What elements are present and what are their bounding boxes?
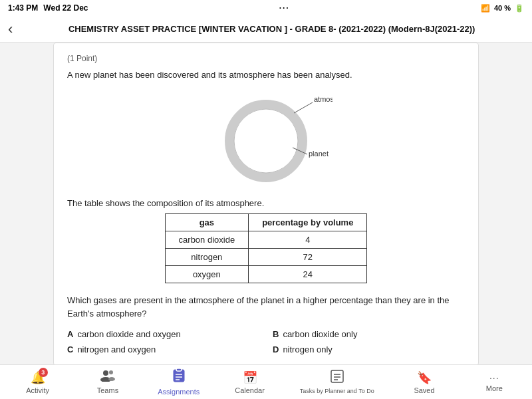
table-row: oxygen 24 (165, 266, 367, 283)
saved-icon: 🔖 (417, 370, 432, 385)
question-card: (1 Point) A new planet has been discover… (53, 43, 479, 364)
points-label: (1 Point) (67, 54, 465, 63)
planet-diagram: atmosphere planet (200, 88, 332, 188)
gas-co2: carbon dioxide (165, 231, 249, 249)
activity-label: Activity (26, 386, 49, 394)
col-gas: gas (165, 214, 249, 231)
gas-oxygen: oxygen (165, 266, 249, 283)
tasks-icon (331, 370, 344, 386)
gas-nitrogen: nitrogen (165, 249, 249, 266)
nav-item-calendar[interactable]: 📅 Calendar (230, 370, 270, 394)
options-grid: A carbon dioxide and oxygen B carbon dio… (67, 329, 465, 354)
col-percentage: percentage by volume (249, 214, 367, 231)
assignments-label: Assignments (158, 388, 200, 396)
more-label: More (486, 384, 503, 392)
assignments-icon (172, 368, 186, 386)
diagram-area: atmosphere planet (67, 88, 465, 188)
nav-item-activity[interactable]: 🔔 3 Activity (18, 370, 58, 394)
time-display: 1:43 PM (8, 3, 38, 13)
option-d-letter: D (273, 344, 279, 354)
svg-text:planet: planet (309, 150, 329, 158)
option-b-letter: B (273, 329, 279, 339)
ellipsis-icon: ··· (279, 3, 290, 13)
svg-rect-11 (176, 368, 182, 371)
date-display: Wed 22 Dec (43, 3, 88, 13)
top-nav: ‹ CHEMISTRY ASSET PRACTICE [WINTER VACAT… (0, 16, 532, 43)
svg-point-7 (109, 370, 113, 374)
option-b: B carbon dioxide only (273, 329, 465, 339)
option-d-text: nitrogen only (283, 344, 332, 354)
svg-rect-15 (331, 370, 343, 382)
svg-point-6 (103, 370, 108, 376)
option-a-text: carbon dioxide and oxygen (77, 329, 180, 339)
back-button[interactable]: ‹ (8, 21, 13, 38)
teams-icon (100, 370, 115, 385)
option-b-text: carbon dioxide only (283, 329, 357, 339)
svg-point-1 (234, 109, 298, 173)
nav-item-assignments[interactable]: Assignments (158, 368, 200, 396)
tasks-label: Tasks by Planner and To Do (300, 388, 374, 394)
pct-nitrogen: 72 (249, 249, 367, 266)
table-section: The table shows the composition of its a… (67, 198, 465, 283)
option-c-text: nitrogen and oxygen (77, 344, 156, 354)
nav-item-more[interactable]: ··· More (474, 372, 514, 392)
table-row: nitrogen 72 (165, 249, 367, 266)
option-c: C nitrogen and oxygen (67, 344, 259, 354)
main-question: Which gases are present in the atmospher… (67, 294, 465, 320)
activity-badge: 3 (39, 368, 48, 377)
nav-item-saved[interactable]: 🔖 Saved (404, 370, 444, 394)
battery-display: 40 % (494, 4, 511, 12)
atmosphere-table: gas percentage by volume carbon dioxide … (165, 213, 368, 283)
svg-point-9 (108, 377, 115, 381)
option-a: A carbon dioxide and oxygen (67, 329, 259, 339)
saved-label: Saved (414, 386, 434, 394)
more-icon: ··· (489, 372, 499, 383)
calendar-icon: 📅 (243, 370, 257, 385)
pct-oxygen: 24 (249, 266, 367, 283)
question-intro: A new planet has been discovered and its… (67, 70, 465, 80)
calendar-label: Calendar (235, 386, 265, 394)
nav-item-teams[interactable]: Teams (88, 370, 128, 394)
option-d: D nitrogen only (273, 344, 465, 354)
svg-text:atmosphere: atmosphere (314, 95, 332, 103)
svg-line-2 (294, 102, 313, 113)
nav-item-tasks[interactable]: Tasks by Planner and To Do (300, 370, 374, 394)
bottom-nav: 🔔 3 Activity Teams Assignments (0, 364, 532, 399)
option-a-letter: A (67, 329, 73, 339)
teams-label: Teams (97, 386, 118, 394)
wifi-icon: 📶 (481, 4, 490, 13)
table-caption: The table shows the composition of its a… (67, 198, 465, 208)
pct-co2: 4 (249, 231, 367, 249)
status-bar-right: 📶 40 % 🔋 (481, 4, 524, 13)
main-content: (1 Point) A new planet has been discover… (0, 43, 532, 364)
battery-icon: 🔋 (515, 4, 524, 13)
table-row: carbon dioxide 4 (165, 231, 367, 249)
page-title: CHEMISTRY ASSET PRACTICE [WINTER VACATIO… (19, 24, 524, 34)
status-bar-left: 1:43 PM Wed 22 Dec (8, 3, 88, 13)
status-bar: 1:43 PM Wed 22 Dec ··· 📶 40 % 🔋 (0, 0, 532, 16)
option-c-letter: C (67, 344, 73, 354)
activity-badge-container: 🔔 3 (31, 370, 45, 385)
